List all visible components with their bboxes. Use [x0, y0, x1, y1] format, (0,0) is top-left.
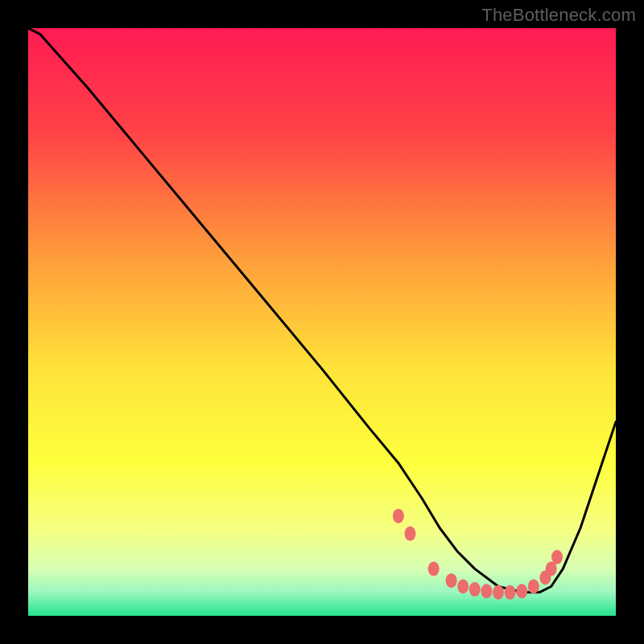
chart-frame: TheBottleneck.com: [0, 0, 644, 644]
svg-rect-0: [28, 28, 616, 616]
plot-area: [28, 28, 616, 616]
watermark-text: TheBottleneck.com: [481, 5, 636, 26]
gradient-background: [28, 28, 616, 616]
